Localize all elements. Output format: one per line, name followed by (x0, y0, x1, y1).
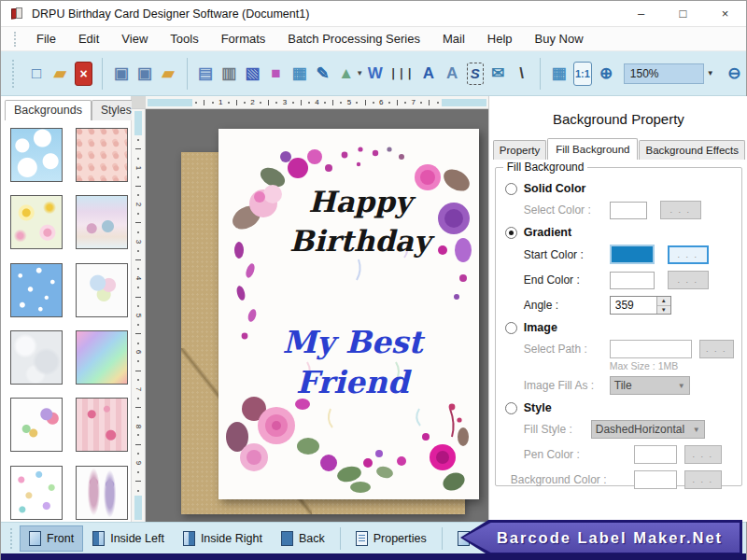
design-canvas[interactable]: Happy Birthday My Best Friend (146, 109, 488, 522)
open-folder-icon[interactable] (51, 62, 69, 86)
color-copies-icon[interactable] (244, 62, 261, 86)
thumbnail-sky-clouds[interactable] (10, 128, 63, 182)
bottombar-grip-handle[interactable] (10, 528, 14, 549)
thumbnail-heart-confetti[interactable] (10, 466, 63, 520)
group-title: Fill Background (503, 161, 588, 174)
menu-edit[interactable]: Edit (67, 28, 110, 49)
save-as-icon[interactable] (135, 62, 153, 86)
zoom-in-icon[interactable] (598, 62, 615, 86)
zoom-level-value[interactable]: 150% (624, 63, 704, 84)
picture-shape-icon[interactable] (337, 62, 355, 86)
chevron-down-icon[interactable]: ▼ (356, 69, 363, 77)
gradient-start-color-swatch[interactable] (610, 245, 655, 264)
solid-color-browse-button[interactable]: . . . (660, 201, 701, 219)
menu-tools[interactable]: Tools (159, 28, 209, 49)
menu-batch-processing-series[interactable]: Batch Processing Series (276, 28, 431, 49)
zoom-out-icon[interactable] (726, 62, 743, 86)
page-button-inside-right[interactable]: Inside Right (174, 525, 272, 552)
menu-buy-now[interactable]: Buy Now (524, 28, 595, 49)
close-button[interactable]: × (704, 1, 746, 26)
birthday-card[interactable]: Happy Birthday My Best Friend (218, 129, 479, 499)
font-icon[interactable] (419, 62, 437, 86)
page-button-inside-left[interactable]: Inside Left (83, 525, 174, 552)
solid-color-swatch[interactable] (610, 202, 647, 219)
fill-style-dropdown[interactable]: DashedHorizontal ▼ (591, 420, 705, 439)
angle-down-button[interactable]: ▼ (657, 306, 670, 315)
card-message-text[interactable]: My Best Friend (222, 323, 483, 403)
toolbar-grip-handle[interactable] (12, 60, 15, 88)
card-message-line1: My Best (222, 323, 483, 363)
start-color-browse-button[interactable]: . . . (668, 245, 709, 264)
image-path-browse-button[interactable]: . . . (699, 340, 734, 358)
angle-up-button[interactable]: ▲ (657, 297, 670, 306)
thumbnail-bouquet-columns[interactable] (76, 466, 128, 520)
pen-color-swatch[interactable] (634, 445, 677, 464)
style-option[interactable]: Style (505, 401, 734, 414)
thumbnail-winter-scene[interactable] (76, 195, 128, 249)
image-fill-as-value: Tile (614, 379, 632, 392)
thumbnail-spring-flowers[interactable] (10, 195, 63, 249)
card-greeting-text[interactable]: Happy Birthday (230, 183, 488, 261)
page-button-front[interactable]: Front (20, 525, 83, 552)
thumbnail-pink-lace[interactable] (76, 128, 128, 182)
barcode-icon[interactable] (389, 62, 414, 86)
gradient-end-color-swatch[interactable] (610, 272, 655, 289)
solid-color-option[interactable]: Solid Color (505, 182, 734, 195)
style-letter-icon[interactable] (467, 63, 484, 85)
watermark-icon[interactable] (366, 62, 384, 86)
minimize-button[interactable]: – (620, 1, 662, 26)
image-fill-as-dropdown[interactable]: Tile ▼ (610, 376, 690, 395)
maximize-button[interactable]: □ (662, 1, 704, 26)
end-color-browse-button[interactable]: . . . (668, 271, 709, 289)
tab-backgrounds[interactable]: Backgrounds (5, 100, 92, 120)
image-option[interactable]: Image (505, 321, 734, 334)
barcode-label-maker-banner[interactable]: Barcode Label Maker.Net (460, 520, 742, 555)
draw-pen-icon[interactable] (314, 62, 331, 86)
thumbnail-birthday-text[interactable] (10, 398, 63, 452)
thumbnail-pink-hearts[interactable] (76, 398, 128, 452)
page-button-back[interactable]: Back (272, 525, 334, 552)
angle-value[interactable]: 359 (611, 297, 656, 314)
save-icon[interactable] (112, 62, 130, 86)
title-bar: DRPU Birthday Card Designer Software (Do… (1, 1, 746, 27)
email-icon[interactable] (489, 62, 507, 86)
actual-size-icon[interactable] (573, 62, 592, 86)
pen-color-browse-button[interactable]: . . . (684, 445, 722, 464)
close-document-icon[interactable] (75, 62, 93, 86)
gradient-radio[interactable] (505, 227, 517, 239)
menu-view[interactable]: View (110, 28, 159, 49)
tab-background-effects[interactable]: Background Effects (639, 140, 745, 160)
chevron-down-icon[interactable]: ▼ (704, 69, 717, 77)
print-icon[interactable] (219, 62, 237, 86)
end-color-label: End Color : (524, 273, 610, 287)
tab-fill-background[interactable]: Fill Background (547, 138, 638, 160)
export-folder-icon[interactable] (159, 62, 176, 86)
thumbnail-marble[interactable] (10, 330, 63, 385)
image-radio[interactable] (505, 322, 517, 334)
gradient-option[interactable]: Gradient (505, 226, 734, 239)
draw-line-icon[interactable] (513, 62, 530, 86)
text-page-icon[interactable] (444, 62, 461, 86)
zoom-level-combo[interactable]: 150%▼ (624, 63, 717, 84)
tab-property[interactable]: Property (493, 140, 546, 160)
background-color-browse-button[interactable]: . . . (684, 470, 722, 489)
insert-image-icon[interactable] (290, 62, 308, 86)
style-background-color-swatch[interactable] (634, 470, 677, 489)
image-path-input[interactable] (610, 340, 692, 358)
menu-help[interactable]: Help (476, 28, 524, 49)
menubar-grip-handle[interactable] (14, 32, 18, 47)
gift-box-icon[interactable] (267, 62, 285, 86)
menu-formats[interactable]: Formats (210, 28, 277, 49)
new-document-icon[interactable] (27, 62, 45, 86)
grid-icon[interactable] (550, 62, 568, 86)
thumbnail-rainbow[interactable] (76, 330, 128, 385)
page-notes-icon[interactable] (196, 62, 214, 86)
menu-file[interactable]: File (25, 28, 67, 49)
properties-button[interactable]: Properties (346, 525, 436, 552)
menu-mail[interactable]: Mail (431, 28, 476, 49)
solid-color-radio[interactable] (505, 183, 517, 195)
thumbnail-starry-night[interactable] (10, 263, 63, 317)
angle-spinner[interactable]: 359 ▲ ▼ (610, 296, 671, 315)
thumbnail-pastel-balloons[interactable] (76, 263, 128, 317)
style-radio[interactable] (505, 402, 517, 414)
